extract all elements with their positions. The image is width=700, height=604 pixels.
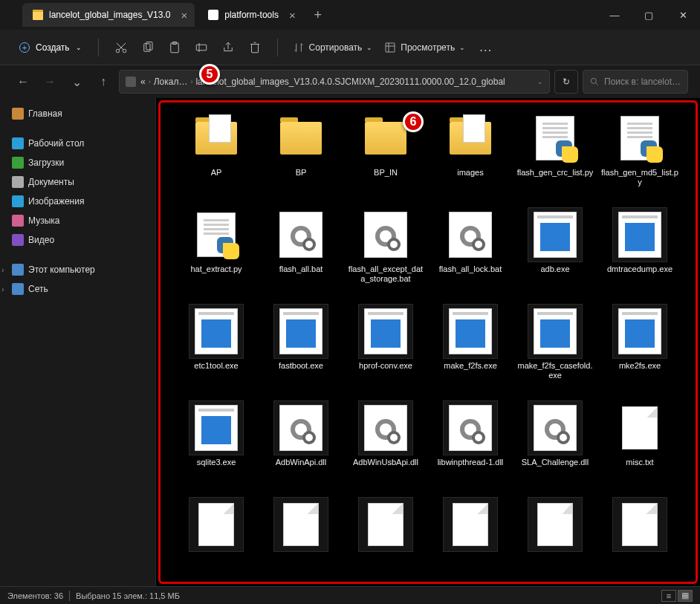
sidebar-item-thispc[interactable]: ›Этот компьютер: [0, 260, 155, 279]
file-pane[interactable]: APBPBP_INimagesflash_gen_crc_list.pyflas…: [156, 98, 700, 586]
share-button[interactable]: [215, 36, 242, 59]
plus-icon: +: [19, 42, 30, 53]
file-item[interactable]: AP: [175, 111, 257, 187]
videos-icon: [12, 234, 24, 246]
file-thumb: [359, 498, 412, 551]
chevron-down-icon: ⌄: [459, 44, 465, 51]
refresh-button[interactable]: ↻: [554, 70, 578, 94]
file-item[interactable]: fastboot.exe: [260, 305, 342, 380]
file-item[interactable]: dmtracedump.exe: [599, 208, 681, 284]
file-item[interactable]: flash_gen_crc_list.py: [514, 111, 596, 187]
drive-icon: [126, 77, 136, 87]
file-thumb: [613, 208, 667, 262]
expand-icon[interactable]: ›: [1, 285, 4, 293]
svg-rect-6: [196, 45, 207, 51]
file-item[interactable]: flash_gen_md5_list.py: [599, 111, 681, 187]
chevron-down-icon: ⌄: [366, 44, 372, 51]
up-button[interactable]: ↑: [92, 71, 114, 93]
search-input[interactable]: Поиск в: lancelot…: [583, 70, 688, 94]
more-button[interactable]: …: [471, 39, 501, 55]
file-item[interactable]: BP: [260, 111, 342, 187]
file-item[interactable]: misc.txt: [599, 401, 681, 477]
view-button[interactable]: Просмотреть ⌄: [384, 42, 465, 53]
tab-inactive[interactable]: platform-tools ×: [198, 3, 302, 27]
file-item[interactable]: libwinpthread-1.dll: [430, 401, 511, 477]
file-item[interactable]: make_f2fs.exe: [430, 305, 511, 380]
new-tab-button[interactable]: +: [306, 7, 330, 23]
minimize-button[interactable]: —: [597, 0, 632, 30]
file-item[interactable]: flash_all_lock.bat: [430, 208, 511, 284]
file-label: misc.txt: [626, 458, 653, 477]
file-item[interactable]: [514, 498, 596, 574]
file-item[interactable]: adb.exe: [514, 208, 596, 284]
search-placeholder: Поиск в: lancelot…: [604, 77, 681, 87]
file-thumb: [359, 208, 412, 262]
paste-button[interactable]: [161, 36, 188, 59]
sort-button[interactable]: Сортировать ⌄: [293, 42, 373, 53]
file-item[interactable]: [345, 498, 427, 574]
back-button[interactable]: ←: [12, 71, 34, 93]
sidebar-item-videos[interactable]: Видео: [0, 230, 155, 250]
create-button[interactable]: + Создать ⌄: [12, 39, 89, 56]
file-item[interactable]: AdbWinApi.dll: [260, 401, 342, 477]
details-view-button[interactable]: ≡: [661, 590, 676, 602]
sidebar-label: Этот компьютер: [28, 264, 95, 275]
rename-button[interactable]: [188, 36, 215, 59]
home-icon: [12, 108, 24, 120]
network-icon: [12, 283, 24, 295]
copy-button[interactable]: [135, 36, 161, 59]
file-item[interactable]: hprof-conv.exe: [345, 305, 427, 380]
forward-button[interactable]: →: [39, 71, 61, 93]
file-thumb: [189, 498, 243, 551]
file-item[interactable]: flash_all_except_data_storage.bat: [345, 208, 427, 284]
cut-button[interactable]: [108, 36, 135, 59]
sidebar-label: Сеть: [28, 284, 48, 294]
file-item[interactable]: flash_all.bat: [260, 208, 342, 284]
file-label: SLA_Challenge.dll: [522, 458, 589, 477]
pc-icon: [12, 264, 24, 276]
breadcrumb-current[interactable]: lancelot_global_images_V13.0.4.0.SJCMIXM…: [195, 77, 505, 87]
maximize-button[interactable]: ▢: [632, 0, 666, 30]
chevron-down-icon[interactable]: ⌄: [537, 78, 543, 85]
file-item[interactable]: sqlite3.exe: [175, 401, 257, 477]
file-item[interactable]: [175, 498, 257, 574]
file-item[interactable]: images: [430, 111, 511, 187]
file-label: adb.exe: [540, 264, 569, 284]
delete-button[interactable]: [242, 36, 268, 59]
status-count: Элементов: 36: [7, 591, 63, 600]
sidebar-item-downloads[interactable]: Загрузки: [0, 153, 155, 172]
address-bar[interactable]: «› Локал… › lancelot_global_images_V13.0…: [119, 70, 550, 94]
file-label: sqlite3.exe: [197, 458, 236, 477]
file-item[interactable]: mke2fs.exe: [599, 305, 681, 380]
file-item[interactable]: SLA_Challenge.dll: [514, 401, 596, 477]
breadcrumb-parent[interactable]: Локал…: [154, 77, 188, 87]
file-label: make_f2fs.exe: [444, 361, 497, 380]
recent-button[interactable]: ⌄: [65, 71, 88, 93]
icons-view-button[interactable]: ▦: [678, 590, 693, 602]
sidebar-item-documents[interactable]: Документы: [0, 172, 155, 192]
sidebar-item-network[interactable]: ›Сеть: [0, 279, 155, 299]
close-window-button[interactable]: ✕: [666, 0, 700, 30]
file-thumb: [613, 111, 667, 165]
file-label: flash_gen_crc_list.py: [517, 168, 594, 187]
sidebar-item-home[interactable]: Главная: [0, 104, 155, 123]
file-label: BP_IN: [374, 168, 398, 187]
file-item[interactable]: [599, 498, 681, 574]
sidebar-item-pictures[interactable]: Изображения: [0, 192, 155, 211]
file-thumb: [274, 208, 328, 262]
sidebar-item-desktop[interactable]: Рабочий стол: [0, 134, 155, 153]
file-item[interactable]: [260, 498, 342, 574]
file-thumb: [274, 305, 328, 358]
file-item[interactable]: make_f2fs_casefold.exe: [514, 305, 596, 380]
separator: [277, 39, 278, 56]
file-item[interactable]: [430, 498, 511, 574]
tab-active[interactable]: lancelot_global_images_V13.0 ×: [22, 3, 195, 27]
close-icon[interactable]: ×: [289, 9, 296, 22]
close-icon[interactable]: ×: [181, 9, 187, 22]
file-item[interactable]: hat_extract.py: [175, 208, 257, 284]
file-item[interactable]: AdbWinUsbApi.dll: [345, 401, 427, 477]
sidebar-item-music[interactable]: Музыка: [0, 211, 155, 230]
expand-icon[interactable]: ›: [1, 265, 4, 274]
file-thumb: [613, 305, 667, 358]
file-item[interactable]: etc1tool.exe: [175, 305, 257, 380]
